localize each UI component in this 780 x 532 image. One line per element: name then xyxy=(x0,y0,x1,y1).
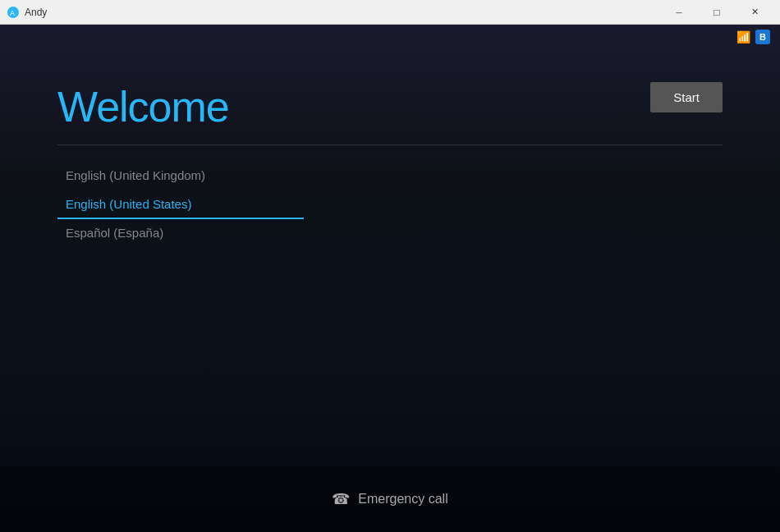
close-button[interactable] xyxy=(736,0,773,25)
restore-icon xyxy=(713,7,719,18)
close-icon xyxy=(751,7,759,17)
restore-button[interactable] xyxy=(698,0,736,25)
language-item-en-gb[interactable]: English (United Kingdom) xyxy=(57,162,304,190)
language-list: English (United Kingdom) English (United… xyxy=(57,162,304,248)
main-content: Welcome English (United Kingdom) English… xyxy=(0,49,780,532)
titlebar: A Andy xyxy=(0,0,780,25)
divider xyxy=(57,144,723,145)
bottom-bar: ☎ Emergency call xyxy=(0,466,780,532)
phone-icon: ☎ xyxy=(332,490,350,508)
language-item-en-us[interactable]: English (United States) xyxy=(57,190,304,219)
emergency-call-label[interactable]: Emergency call xyxy=(358,492,447,507)
window-controls xyxy=(660,0,773,25)
app-icon: A xyxy=(7,6,20,19)
minimize-button[interactable] xyxy=(660,0,698,25)
welcome-title: Welcome xyxy=(57,82,723,131)
emulator-screen: 📶 B Welcome English (United Kingdom) Eng… xyxy=(0,25,780,532)
titlebar-title: Andy xyxy=(25,7,660,18)
language-item-es-es[interactable]: Español (España) xyxy=(57,219,304,248)
svg-text:A: A xyxy=(10,9,15,17)
status-bar: 📶 B xyxy=(0,25,780,49)
minimize-icon xyxy=(676,7,681,17)
bluetooth-icon: B xyxy=(755,30,770,44)
wifi-icon: 📶 xyxy=(736,30,750,44)
start-button[interactable]: Start xyxy=(650,82,723,112)
